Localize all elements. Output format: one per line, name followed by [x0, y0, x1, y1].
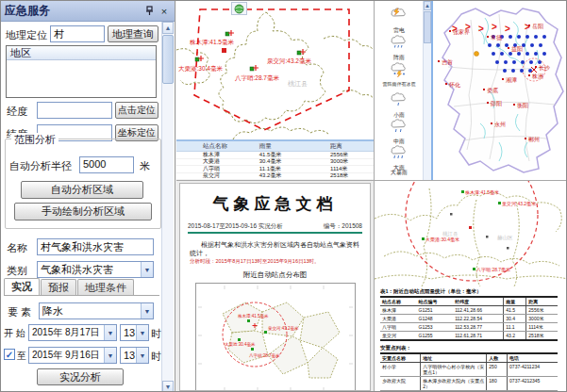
- analysis-tabs: 实况 预报 地理条件: [4, 280, 159, 296]
- analysis-map-canvas[interactable]: 桃江县 株木潭:41.5毫米 大栗港:30.4毫米 泉交河:43.2毫米 八字哨: [176, 1, 374, 139]
- alert-marker[interactable]: [222, 48, 226, 53]
- legend-scrollbar[interactable]: ▲: [423, 1, 431, 180]
- station-result-table[interactable]: 站点名称 雨量 距离 株木潭41.5毫米2556米 大栗港30.4毫米3000米…: [176, 139, 374, 180]
- svg-text:吉首: 吉首: [442, 59, 453, 66]
- manual-draw-region-button[interactable]: 手动绘制分析区域: [14, 203, 152, 220]
- start-hour-value: 13: [121, 327, 136, 338]
- pin-glyph: [145, 6, 154, 16]
- chevron-down-icon[interactable]: ▼: [104, 348, 116, 363]
- geo-locate-input[interactable]: 村: [50, 25, 105, 42]
- close-icon[interactable]: ×: [158, 5, 171, 18]
- station-marker[interactable]: 株木潭:41.5毫米: [189, 30, 234, 46]
- table-row: 乡政府大院株木潭乡政府大院内（安置点2） 1800737-4212345: [380, 377, 558, 391]
- svg-text:赫山区: 赫山区: [497, 235, 513, 240]
- chevron-down-icon[interactable]: ▼: [136, 348, 148, 363]
- category-select[interactable]: 气象和洪水灾害 ▼: [37, 261, 154, 278]
- station-marker[interactable]: 泉交河:43.2毫米: [267, 49, 311, 65]
- panel-scrollbar[interactable]: ▲ ▼: [161, 22, 174, 392]
- rainfall-table: 站点名称站点编号经纬度 雨量距离 株木潭G1251112.41,28.66 41…: [380, 296, 558, 341]
- svg-text:郴州: 郴州: [528, 137, 540, 142]
- svg-text:八字哨:28.7毫米: 八字哨:28.7毫米: [235, 74, 279, 82]
- scroll-up-icon[interactable]: ▲: [424, 1, 431, 10]
- document-period: 2015-08-17至2015-09-16 实况分析: [188, 222, 283, 229]
- chevron-down-icon[interactable]: ▼: [141, 303, 153, 318]
- warning-dot: [475, 52, 479, 57]
- start-hour-select[interactable]: 13 ▼: [120, 324, 149, 341]
- weather-symbol-legend: 雷电 阵雨 雷阵雨伴有冰雹 小雨: [375, 1, 431, 180]
- col-rain: 雨量: [259, 142, 330, 151]
- table-row: 泉交河G1255112.61,28.71 43.22518米: [380, 332, 558, 341]
- county-watermark: 桃江县: [288, 80, 308, 88]
- station-distribution-figure: 株木潭:41.5毫米 大栗港:30.4毫米 泉交河:43.2毫米 八字哨:28.…: [195, 283, 356, 391]
- region-listbox[interactable]: 地区: [6, 45, 157, 98]
- svg-text:邵阳: 邵阳: [490, 101, 502, 107]
- province-map-canvas[interactable]: >>> >>> 岳阳 常德 张家界 吉首 益阳 长沙 株洲 湘潭 怀化 娄底 邵…: [433, 1, 567, 180]
- auto-analyze-region-button[interactable]: 自动分析区域: [21, 181, 143, 199]
- scrollbar-thumb[interactable]: [424, 11, 431, 43]
- svg-text:湘潭: 湘潭: [506, 76, 517, 84]
- tab-forecast[interactable]: 预报: [41, 279, 76, 295]
- svg-text:八字哨:28.7毫米: 八字哨:28.7毫米: [476, 267, 510, 272]
- tab-geo-condition[interactable]: 地理条件: [77, 279, 134, 295]
- geo-locate-label: 地理定位: [6, 28, 47, 42]
- range-analysis-title: 范围分析: [11, 133, 58, 147]
- figure-caption: 附近自动站点分布图: [180, 270, 370, 280]
- chevron-down-icon[interactable]: ▼: [141, 262, 153, 277]
- auto-radius-input[interactable]: 5000: [79, 156, 134, 173]
- end-date-picker[interactable]: 2015年 9月16日 ▼: [28, 347, 117, 364]
- emergency-document-panel[interactable]: 气象应急文档 2015-08-17至2015-09-16 实况分析 编号：201…: [176, 181, 374, 392]
- name-input[interactable]: 村气象和洪水灾害: [37, 238, 154, 255]
- document-page-2[interactable]: 桃江县 赫山区 株木潭:41.5毫米 泉交河:43.2毫米 大栗港:30.4毫米…: [375, 181, 567, 392]
- end-hour-select[interactable]: 13 ▼: [120, 347, 149, 364]
- panel-title: 应急服务: [5, 3, 141, 19]
- pin-icon[interactable]: [142, 5, 156, 18]
- scroll-down-icon[interactable]: ▼: [162, 381, 174, 392]
- doc2-analysis-circle: [406, 181, 538, 281]
- table-row[interactable]: 泉交河43.2毫米2518米: [176, 173, 374, 181]
- chevron-down-icon[interactable]: ▼: [104, 325, 116, 340]
- live-analyze-button[interactable]: 实况分析: [37, 368, 124, 385]
- table-row: 大栗港G1248112.22,28.54 30.43000米: [380, 315, 558, 323]
- legend-item-shower[interactable]: 阵雨: [380, 34, 418, 62]
- map-toolbar[interactable]: [231, 2, 247, 15]
- scroll-up-icon[interactable]: ▲: [162, 22, 174, 34]
- legend-item-light-rain[interactable]: 小雨: [380, 91, 418, 120]
- svg-text:>: >: [478, 24, 484, 34]
- station-marker[interactable]: 八字哨:28.7毫米: [235, 65, 279, 82]
- legend-item-thunder[interactable]: 雷电: [380, 7, 418, 35]
- svg-text:永州: 永州: [494, 121, 506, 127]
- station-marker[interactable]: 大栗港:30.4毫米: [178, 56, 223, 73]
- element-label: 要 素: [8, 305, 31, 319]
- chevron-down-icon[interactable]: ▼: [136, 325, 148, 340]
- element-select[interactable]: 降水 ▼: [39, 302, 154, 319]
- start-date-picker[interactable]: 2015年 8月17日 ▼: [28, 324, 117, 341]
- document-number: 编号：201508: [324, 222, 362, 231]
- region-column-header[interactable]: 地区: [7, 46, 156, 60]
- province-overview-map[interactable]: >>> >>> 岳阳 常德 张家界 吉首 益阳 长沙 株洲 湘潭 怀化 娄底 邵…: [431, 1, 567, 180]
- name-label: 名称: [7, 241, 27, 255]
- range-analysis-group: 范围分析 自动分析半径 5000 米 自动分析区域 手动绘制分析区域: [5, 139, 161, 229]
- end-hour-value: 13: [121, 350, 136, 361]
- shelter-table: 安置点名称地址 人数电话 村小学八字哨镇中心村小学校内（安置点1） 250073…: [380, 352, 558, 392]
- tab-live[interactable]: 实况: [4, 278, 40, 295]
- longitude-input[interactable]: [37, 102, 112, 119]
- element-value: 降水: [40, 304, 141, 318]
- thunder-icon: [390, 7, 409, 23]
- click-locate-button[interactable]: 点击定位: [115, 102, 158, 119]
- col-dist: 距离: [330, 142, 374, 151]
- svg-text:株木潭:41.5毫米: 株木潭:41.5毫米: [464, 189, 499, 196]
- svg-text:大栗港:30.4毫米: 大栗港:30.4毫米: [225, 341, 256, 347]
- panel-titlebar[interactable]: 应急服务 ×: [1, 1, 175, 22]
- svg-text:株木潭:41.5毫米: 株木潭:41.5毫米: [238, 313, 269, 318]
- scrollbar-thumb[interactable]: [162, 35, 174, 84]
- document-page: 气象应急文档 2015-08-17至2015-09-16 实况分析 编号：201…: [179, 183, 371, 391]
- legend-item-rainstorm[interactable]: 大暴雨: [380, 169, 418, 177]
- svg-text:怀化: 怀化: [448, 82, 460, 89]
- legend-item-moderate-rain[interactable]: 中雨: [380, 118, 418, 146]
- end-enabled-checkbox[interactable]: ✓: [4, 349, 15, 360]
- geo-query-button[interactable]: 地理查询: [108, 25, 158, 42]
- analysis-map-panel[interactable]: 桃江县 株木潭:41.5毫米 大栗港:30.4毫米 泉交河:43.2毫米 八字哨: [176, 1, 374, 180]
- legend-item-thunder-hail[interactable]: 雷阵雨伴有冰雹: [380, 61, 418, 87]
- svg-text:株木潭:41.5毫米: 株木潭:41.5毫米: [189, 39, 234, 46]
- svg-text:泉交河:43.2毫米: 泉交河:43.2毫米: [267, 57, 311, 65]
